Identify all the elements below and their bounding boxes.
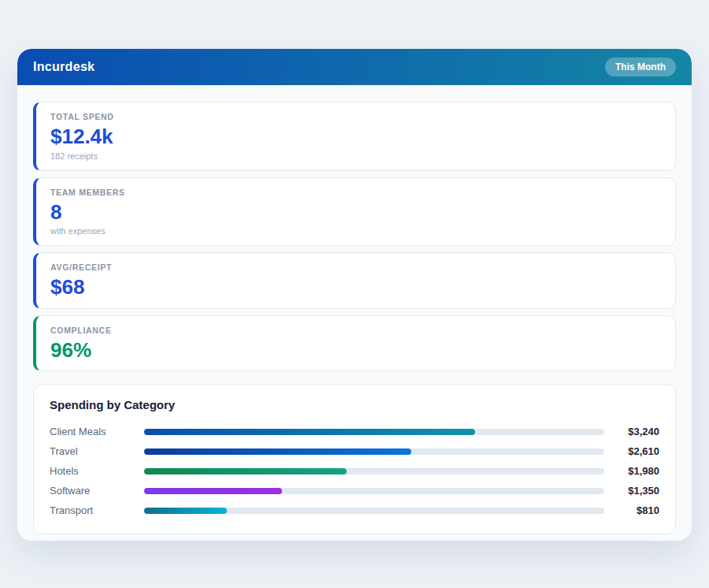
bar-track (144, 508, 604, 514)
bar-value-label: $810 (604, 504, 659, 516)
stat-card-avg-receipt: AVG/RECEIPT $68 (33, 252, 676, 309)
bar-category-label: Software (50, 485, 144, 497)
bar-value-label: $1,350 (604, 485, 659, 497)
bar-category-label: Transport (50, 504, 144, 516)
bar-category-label: Client Meals (50, 426, 144, 437)
bar-row-travel: Travel $2,610 (50, 441, 659, 461)
stat-label: COMPLIANCE (50, 326, 661, 335)
stat-card-total-spend: TOTAL SPEND $12.4k 182 receipts (33, 102, 676, 171)
period-badge[interactable]: This Month (605, 58, 676, 76)
stat-subtext: 182 receipts (50, 151, 661, 161)
bar-fill (144, 429, 475, 435)
stat-card-compliance: COMPLIANCE 96% (33, 315, 676, 372)
chart-title: Spending by Category (50, 398, 659, 411)
stat-value: 96% (50, 339, 661, 362)
bar-row-software: Software $1,350 (50, 481, 659, 501)
bar-fill (144, 468, 347, 474)
app-card: Incurdesk This Month TOTAL SPEND $12.4k … (17, 49, 692, 541)
spending-by-category-card: Spending by Category Client Meals $3,240… (33, 384, 676, 534)
stat-card-team-members: TEAM MEMBERS 8 with expenses (33, 177, 676, 247)
stat-value: $12.4k (50, 125, 661, 148)
bar-track (144, 468, 604, 474)
bar-row-transport: Transport $810 (50, 501, 659, 520)
bar-value-label: $1,980 (604, 465, 659, 477)
stat-label: AVG/RECEIPT (50, 262, 661, 272)
stat-value: 8 (50, 201, 661, 224)
bar-value-label: $2,610 (604, 445, 659, 457)
bar-fill (144, 488, 282, 494)
bar-track (144, 488, 604, 494)
bar-track (144, 429, 604, 435)
stat-label: TEAM MEMBERS (50, 188, 661, 197)
app-title: Incurdesk (33, 60, 95, 74)
stat-value: $68 (50, 276, 661, 299)
bar-category-label: Hotels (50, 465, 144, 477)
app-header: Incurdesk This Month (17, 49, 692, 85)
bar-row-hotels: Hotels $1,980 (50, 461, 659, 481)
stat-subtext: with expenses (50, 226, 661, 236)
bar-fill (144, 448, 411, 455)
bar-fill (144, 508, 227, 514)
dashboard-content: TOTAL SPEND $12.4k 182 receipts TEAM MEM… (17, 85, 692, 541)
bar-row-client-meals: Client Meals $3,240 (50, 422, 659, 441)
bar-category-label: Travel (50, 445, 144, 457)
bar-track (144, 448, 604, 455)
stat-label: TOTAL SPEND (50, 112, 661, 121)
bar-value-label: $3,240 (604, 426, 659, 437)
